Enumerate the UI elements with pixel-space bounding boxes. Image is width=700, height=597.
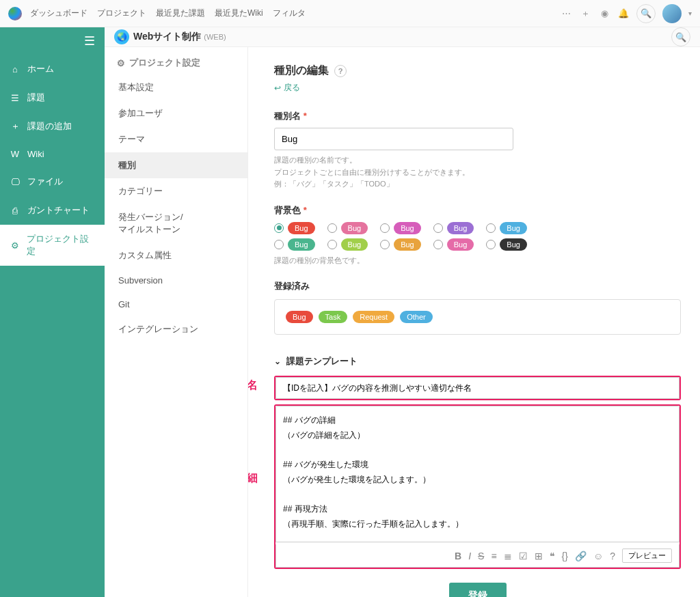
topbar-nav: ダッシュボード プロジェクト 最近見た課題 最近見たWiki フィルタ — [30, 8, 306, 19]
bell-icon[interactable]: 🔔 — [617, 8, 630, 20]
subnav-integration[interactable]: インテグレーション — [105, 316, 247, 342]
project-search-icon[interactable]: 🔍 — [671, 27, 690, 46]
type-name-input[interactable] — [274, 128, 513, 150]
subnav-category[interactable]: カテゴリー — [105, 178, 247, 204]
sidebar-item-label: ホーム — [27, 63, 54, 75]
back-link[interactable]: ↩戻る — [274, 82, 300, 94]
submit-button[interactable]: 登録 — [449, 583, 507, 597]
registered-pill: Bug — [286, 311, 313, 323]
nav-filters[interactable]: フィルタ — [273, 8, 306, 19]
template-body-wrap: B I S ≡ ≣ ☑ ⊞ ❝ {} 🔗 ☺ — [274, 404, 681, 569]
checklist-icon[interactable]: ☑ — [519, 551, 528, 561]
sidebar-item-label: 課題の追加 — [27, 120, 72, 133]
radio-icon — [433, 223, 443, 233]
sidebar-item-issues[interactable]: ☰課題 — [0, 83, 105, 112]
color-pill: Bug — [288, 222, 315, 234]
topbar: ダッシュボード プロジェクト 最近見た課題 最近見たWiki フィルタ ⋯ ＋ … — [0, 0, 700, 27]
color-choice[interactable]: Bug — [274, 238, 315, 251]
color-pill: Bug — [341, 222, 368, 234]
sidebar-item-home[interactable]: ⌂ホーム — [0, 55, 105, 83]
bgcolor-label: 背景色 * — [274, 204, 681, 217]
gear-icon: ⚙ — [117, 58, 125, 68]
menu-toggle-icon[interactable]: ☰ — [0, 27, 105, 55]
bold-icon[interactable]: B — [455, 551, 461, 561]
search-icon[interactable]: 🔍 — [636, 4, 656, 23]
color-choice[interactable]: Bug — [486, 238, 527, 251]
chevron-down-icon: ⌄ — [274, 357, 281, 366]
ul-icon[interactable]: ≡ — [491, 551, 496, 561]
add-icon[interactable]: ＋ — [579, 8, 591, 20]
color-pill: Bug — [394, 238, 421, 251]
radio-icon — [327, 223, 337, 233]
help-icon[interactable]: ? — [334, 65, 347, 77]
more-icon[interactable]: ⋯ — [560, 8, 572, 20]
template-accordion[interactable]: ⌄ 課題テンプレート — [274, 355, 681, 367]
watch-icon[interactable]: ◉ — [598, 8, 610, 20]
template-body-input[interactable] — [275, 406, 679, 542]
gantt-icon: ⎙ — [10, 206, 21, 216]
radio-icon — [433, 240, 443, 249]
color-choice[interactable]: Bug — [433, 238, 474, 251]
quote-icon[interactable]: ❝ — [550, 551, 555, 561]
help-icon[interactable]: ? — [610, 551, 615, 561]
link-icon[interactable]: 🔗 — [575, 551, 587, 561]
color-choice[interactable]: Bug — [486, 222, 527, 234]
wiki-icon: W — [10, 149, 21, 159]
nav-projects[interactable]: プロジェクト — [97, 8, 146, 19]
sidebar-item-add-issue[interactable]: ＋課題の追加 — [0, 112, 105, 141]
code-icon[interactable]: {} — [562, 551, 568, 561]
gear-icon: ⚙ — [10, 240, 20, 251]
radio-icon — [274, 240, 284, 249]
sidebar-item-label: ファイル — [27, 176, 63, 188]
globe-icon: 🌏 — [114, 29, 129, 44]
sidebar-item-files[interactable]: 🖵ファイル — [0, 167, 105, 196]
color-choice[interactable]: Bug — [433, 222, 474, 234]
color-choice[interactable]: Bug — [327, 222, 368, 234]
color-choice[interactable]: Bug — [327, 238, 368, 251]
home-icon: ⌂ — [10, 64, 21, 74]
nav-recent-wiki[interactable]: 最近見たWiki — [215, 8, 263, 19]
strike-icon[interactable]: S — [478, 551, 484, 561]
template-subject-wrap — [274, 376, 681, 400]
color-pill: Bug — [341, 238, 368, 251]
chevron-down-icon[interactable]: ▾ — [688, 10, 692, 17]
registered-label: 登録済み — [274, 280, 681, 292]
subnav-type[interactable]: 種別 — [105, 152, 247, 178]
color-pill: Bug — [447, 222, 474, 234]
preview-button[interactable]: プレビュー — [622, 549, 672, 563]
sidebar-item-label: ガントチャート — [27, 204, 90, 217]
radio-icon — [486, 240, 496, 249]
subnav-theme[interactable]: テーマ — [105, 126, 247, 152]
radio-icon — [327, 240, 337, 249]
settings-sidebar: ⚙プロジェクト設定 基本設定 参加ユーザ テーマ 種別 カテゴリー 発生バージョ… — [105, 47, 248, 597]
color-choice[interactable]: Bug — [380, 222, 421, 234]
nav-dashboard[interactable]: ダッシュボード — [30, 8, 88, 19]
color-pill: Bug — [394, 222, 421, 234]
radio-icon — [274, 223, 284, 233]
back-arrow-icon: ↩ — [274, 83, 281, 93]
app-logo[interactable] — [8, 7, 22, 20]
color-choice[interactable]: Bug — [274, 222, 315, 234]
template-subject-input[interactable] — [275, 377, 679, 399]
subnav-version[interactable]: 発生バージョン/ マイルストーン — [105, 204, 247, 242]
color-choices: BugBugBugBugBugBugBugBugBugBug — [274, 222, 561, 251]
subnav-custom[interactable]: カスタム属性 — [105, 242, 247, 268]
subnav-git[interactable]: Git — [105, 292, 247, 316]
editor-toolbar: B I S ≡ ≣ ☑ ⊞ ❝ {} 🔗 ☺ — [275, 544, 679, 568]
annotation-subject: 件名 — [248, 378, 258, 393]
subnav-basic[interactable]: 基本設定 — [105, 74, 247, 100]
type-name-help: 課題の種別の名前です。 プロジェクトごとに自由に種別分けすることができます。 例… — [274, 154, 681, 191]
avatar[interactable] — [662, 4, 682, 23]
nav-recent-issues[interactable]: 最近見た課題 — [156, 8, 205, 19]
sidebar-item-gantt[interactable]: ⎙ガントチャート — [0, 196, 105, 225]
sidebar-item-settings[interactable]: ⚙プロジェクト設定 — [0, 225, 105, 266]
sidebar-item-wiki[interactable]: WWiki — [0, 141, 105, 167]
ol-icon[interactable]: ≣ — [504, 551, 512, 561]
subnav-users[interactable]: 参加ユーザ — [105, 100, 247, 126]
emoji-icon[interactable]: ☺ — [593, 551, 603, 561]
italic-icon[interactable]: I — [468, 551, 471, 561]
subnav-svn[interactable]: Subversion — [105, 268, 247, 292]
color-choice[interactable]: Bug — [380, 238, 421, 251]
settings-sidebar-header: ⚙プロジェクト設定 — [105, 47, 247, 74]
table-icon[interactable]: ⊞ — [535, 551, 543, 561]
